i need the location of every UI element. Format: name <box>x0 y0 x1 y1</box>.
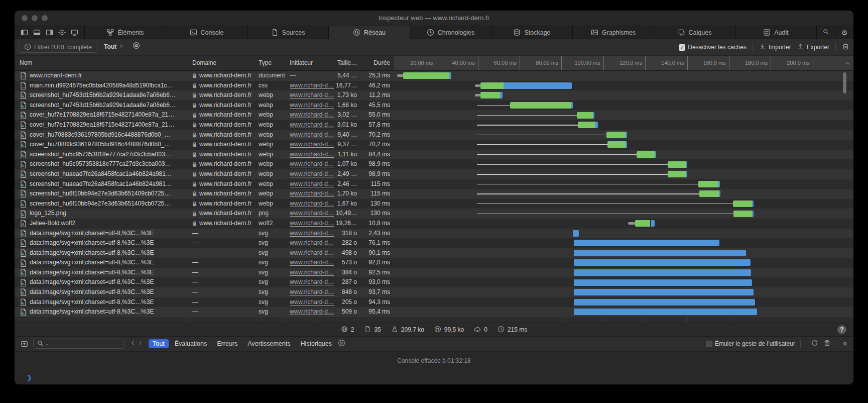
tab-elements[interactable]: Éléments <box>85 26 166 39</box>
resource-domain: — <box>192 238 257 248</box>
table-row[interactable]: logo_125.pngwww.richard-dern.frpngwww.ri… <box>15 209 853 219</box>
tab-label: Audit <box>774 29 789 36</box>
table-row[interactable]: data:image/svg+xml;charset=utf-8,%3C…%3E… <box>15 277 853 287</box>
console-filter-erreurs[interactable]: Erreurs <box>213 339 241 348</box>
tab-sources[interactable]: Sources <box>247 26 329 39</box>
table-row[interactable]: data:image/svg+xml;charset=utf-8,%3C…%3E… <box>15 287 853 297</box>
console-filter-historiques[interactable]: Historiques <box>296 339 336 348</box>
table-row[interactable]: data:image/svg+xml;charset=utf-8,%3C…%3E… <box>15 297 853 308</box>
element-picker-icon[interactable] <box>58 29 66 36</box>
vertical-scrollbar-thumb[interactable] <box>843 72 846 93</box>
table-row[interactable]: data:image/svg+xml;charset=utf-8,%3C…%3E… <box>15 268 853 278</box>
ruler-tick-label: 180,0 ms <box>728 56 768 70</box>
tab-stockage[interactable]: Stockage <box>491 26 573 39</box>
tab-console[interactable]: Console <box>166 26 247 39</box>
table-row[interactable]: data:image/svg+xml;charset=utf-8,%3C…%3E… <box>15 258 853 268</box>
resource-name: screenshot_hu6f10bb94e27e3d63b651409cb07… <box>30 199 188 209</box>
tab-reseau[interactable]: Réseau <box>329 26 410 39</box>
table-row[interactable]: screenshot_hu5c957353818e777ca27d3c3cba0… <box>15 150 853 160</box>
table-row[interactable]: data:image/svg+xml;charset=utf-8,%3C…%3E… <box>15 238 853 248</box>
table-row[interactable]: cover_hu70883c936197805bd916c4488876d0b0… <box>15 130 853 140</box>
resource-type: css <box>259 81 288 91</box>
column-header-duration[interactable]: Durée <box>359 56 390 70</box>
table-row[interactable]: screenshot_hu5c957353818e777ca27d3c3cba0… <box>15 159 853 169</box>
table-row[interactable]: <>www.richard-dern.frwww.richard-dern.fr… <box>15 71 853 81</box>
console-collapse-icon[interactable] <box>21 340 28 348</box>
console-filter-avertissements[interactable]: Avertissements <box>243 339 294 348</box>
dock-bottom-icon[interactable] <box>33 29 41 36</box>
waterfall-response-bar <box>403 72 450 79</box>
waterfall-stub <box>397 74 403 77</box>
table-row[interactable]: screenshot_hu7453d15b6b2a929e1adaa8e7a06… <box>15 90 853 100</box>
waterfall-response-bar <box>577 112 593 119</box>
console-filter-options-icon[interactable] <box>338 339 345 348</box>
select-chevrons-icon <box>118 43 124 51</box>
console-search-input[interactable]: ⌄ <box>33 339 125 349</box>
dock-left-icon[interactable] <box>21 29 28 36</box>
type-filter-select[interactable]: Tout <box>104 42 124 52</box>
tab-graphismes[interactable]: Graphismes <box>573 26 654 39</box>
column-header-type[interactable]: Type <box>259 56 272 70</box>
console-prompt[interactable]: ❯ <box>15 370 853 385</box>
table-row[interactable]: screenshot_huaead7fe26a8458fcac1a46b824a… <box>15 169 853 179</box>
table-row[interactable]: screenshot_hu6f10bb94e27e3d63b651409cb07… <box>15 189 853 199</box>
console-filter-evaluations[interactable]: Évaluations <box>171 339 211 348</box>
import-button[interactable]: Importer <box>759 43 791 52</box>
console-filter-tout[interactable]: Tout <box>149 339 169 348</box>
resource-domain: www.richard-dern.fr <box>192 199 257 209</box>
search-button[interactable] <box>817 26 835 39</box>
url-filter-placeholder: Filtrer l’URL complète <box>34 44 92 51</box>
device-icon[interactable] <box>71 29 78 36</box>
table-row[interactable]: cover_huf7e1708829ea18f6715e48271400e87a… <box>15 120 853 130</box>
waterfall-wait-line <box>477 135 606 135</box>
table-row[interactable]: data:image/svg+xml;charset=utf-8,%3C…%3E… <box>15 248 853 258</box>
column-header-initiator[interactable]: Initiateur <box>290 56 313 70</box>
nav-forward-chevron-icon[interactable] <box>137 340 144 348</box>
collapse-chevrons-icon[interactable] <box>841 340 848 348</box>
help-button[interactable]: ? <box>837 325 846 334</box>
ruler-tick-label: 160,0 ms <box>687 56 726 70</box>
resource-name: screenshot_hu7453d15b6b2a929e1adaa8e7a06… <box>30 100 188 111</box>
table-row[interactable]: screenshot_hu7453d15b6b2a929e1adaa8e7a06… <box>15 100 853 111</box>
table-row[interactable]: data:image/svg+xml;charset=utf-8,%3C…%3E… <box>15 229 853 239</box>
resource-domain: — <box>192 287 257 297</box>
scroll-up-chevron-icon[interactable] <box>840 56 854 70</box>
table-row[interactable]: cssmain.min.d9924575ec0bba420589a48d5190… <box>15 81 853 91</box>
waterfall-response-bar <box>699 190 719 197</box>
resource-size: 1,70 ko <box>320 189 357 199</box>
table-row[interactable]: cover_hu70883c936197805bd916c4488876d0b0… <box>15 140 853 150</box>
waterfall-response-bar <box>733 211 752 217</box>
table-header: Nom Domaine Type Initiateur Taille… Duré… <box>15 56 853 71</box>
table-row[interactable]: cover_huf7e1708829ea18f6715e48271400e87a… <box>15 110 853 120</box>
column-header-name[interactable]: Nom <box>20 56 32 70</box>
dock-right-icon[interactable] <box>46 29 53 36</box>
emulate-user-gesture-toggle[interactable]: Émuler le geste de l’utilisateur <box>706 340 795 347</box>
clear-console-trash-icon[interactable] <box>823 339 831 348</box>
resource-type: webp <box>259 120 288 130</box>
tab-audit[interactable]: Audit <box>735 26 817 39</box>
waterfall-download-bar <box>719 190 720 197</box>
waterfall-response-bar <box>510 102 571 109</box>
nav-back-chevron-icon[interactable] <box>130 340 136 348</box>
table-row[interactable]: screenshot_hu6f10bb94e27e3d63b651409cb07… <box>15 199 853 209</box>
tab-chronologies[interactable]: Chronologies <box>410 26 491 39</box>
refresh-icon[interactable] <box>811 339 818 348</box>
column-header-size[interactable]: Taille… <box>320 56 357 70</box>
tab-calques[interactable]: Calques <box>654 26 735 39</box>
lock-icon <box>192 73 197 78</box>
settings-button[interactable]: ⚙ <box>835 26 853 39</box>
column-header-domain[interactable]: Domaine <box>192 56 216 70</box>
table-row[interactable]: data:image/svg+xml;charset=utf-8,%3C…%3E… <box>15 307 853 317</box>
resource-size: 2,46 … <box>320 179 357 189</box>
title-bar[interactable]: Inspecteur web — www.richard-dern.fr <box>15 11 853 26</box>
url-filter-input[interactable]: Filtrer l’URL complète <box>19 42 97 53</box>
table-row[interactable]: AJellee-Bold.woff2www.richard-dern.frwof… <box>15 219 853 229</box>
export-button[interactable]: Exporter <box>797 43 829 52</box>
tab-label: Éléments <box>117 29 144 36</box>
waterfall-download-bar <box>686 171 687 177</box>
divider <box>836 340 836 348</box>
clear-network-trash-icon[interactable] <box>842 43 849 52</box>
disable-caches-toggle[interactable]: ✓ Désactiver les caches <box>679 44 747 51</box>
options-circle-icon[interactable] <box>133 42 140 51</box>
table-row[interactable]: screenshot_huaead7fe26a8458fcac1a46b824a… <box>15 179 853 189</box>
